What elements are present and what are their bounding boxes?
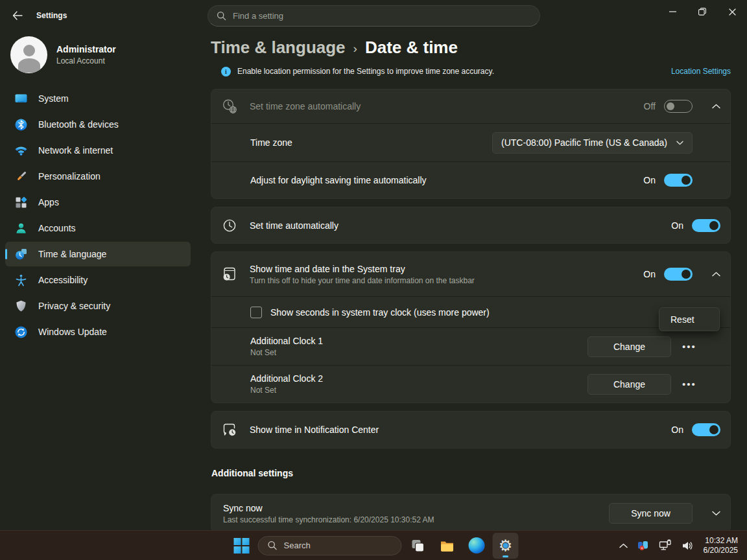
system-tray: 10:32 AM 6/20/2025 xyxy=(616,531,743,560)
sidebar-item-personalization[interactable]: Personalization xyxy=(5,164,191,189)
tray-clock-row[interactable]: Show time and date in the System tray Tu… xyxy=(211,252,730,296)
speaker-icon xyxy=(681,539,694,552)
sidebar-nav: System Bluetooth & devices Network & int… xyxy=(0,86,197,344)
sidebar-item-network-internet[interactable]: Network & internet xyxy=(5,138,191,163)
settings-search-input[interactable] xyxy=(208,5,540,27)
settings-app-button[interactable]: ⚙ xyxy=(493,533,519,559)
chevron-up-icon[interactable] xyxy=(712,272,720,277)
restore-icon xyxy=(698,8,706,16)
show-seconds-checkbox[interactable] xyxy=(250,307,262,318)
clock-date: 6/20/2025 xyxy=(704,546,738,555)
system-tray-group: Show time and date in the System tray Tu… xyxy=(211,251,731,403)
timezone-row: Time zone (UTC-08:00) Pacific Time (US &… xyxy=(211,123,730,161)
sidebar-item-label: Accessibility xyxy=(38,275,88,285)
tray-app-button[interactable] xyxy=(634,533,652,559)
sidebar-item-accessibility[interactable]: Accessibility xyxy=(5,268,191,292)
apps-icon xyxy=(14,196,28,209)
chevron-up-icon[interactable] xyxy=(712,104,720,109)
notification-center-group: Show time in Notification Center On xyxy=(211,411,731,449)
sidebar-item-accounts[interactable]: Accounts xyxy=(5,216,191,240)
page-title: Date & time xyxy=(365,38,458,58)
location-banner: i Enable location permission for the Set… xyxy=(211,64,731,79)
accounts-icon xyxy=(14,222,28,235)
avatar xyxy=(10,36,47,73)
main-content: Time & language › Date & time i Enable l… xyxy=(211,31,731,533)
network-tray-button[interactable] xyxy=(655,533,675,559)
chevron-down-icon xyxy=(676,141,683,145)
clock-time: 10:32 AM xyxy=(704,536,738,546)
tray-app-icon xyxy=(637,539,649,552)
account-name: Administrator xyxy=(56,44,116,54)
search-icon xyxy=(268,541,278,550)
toggle-state-label: On xyxy=(643,269,656,279)
toggle-state-label: On xyxy=(643,175,656,185)
timezone-group: Set time zone automatically Off Time zon… xyxy=(211,89,731,199)
file-explorer-button[interactable] xyxy=(434,533,460,559)
sidebar-item-label: System xyxy=(38,93,69,104)
close-icon xyxy=(729,8,736,16)
restore-button[interactable] xyxy=(687,0,717,23)
taskbar: Search ⚙ xyxy=(0,530,747,560)
app-title: Settings xyxy=(36,11,67,20)
setting-value: Not Set xyxy=(250,386,587,395)
info-icon: i xyxy=(221,67,231,76)
banner-text: Enable location permission for the Setti… xyxy=(237,67,494,76)
sidebar-item-time-language[interactable]: Time & language xyxy=(5,242,191,266)
minimize-icon xyxy=(669,11,676,12)
time-language-icon xyxy=(14,248,28,261)
timezone-value: (UTC-08:00) Pacific Time (US & Canada) xyxy=(501,137,667,148)
system-icon xyxy=(14,92,28,106)
sync-now-button[interactable]: Sync now xyxy=(609,503,693,524)
breadcrumb-separator-icon: › xyxy=(353,41,357,56)
notification-clock-icon xyxy=(221,421,239,438)
timezone-dropdown[interactable]: (UTC-08:00) Pacific Time (US & Canada) xyxy=(492,132,693,154)
tray-chevron-up-button[interactable] xyxy=(616,533,631,559)
edge-icon xyxy=(468,537,484,554)
sidebar-item-bluetooth-devices[interactable]: Bluetooth & devices xyxy=(5,112,191,137)
more-options-button[interactable] xyxy=(680,337,699,356)
setting-label: Additional Clock 1 xyxy=(250,336,587,346)
sidebar-item-apps[interactable]: Apps xyxy=(5,190,191,215)
taskbar-search[interactable]: Search xyxy=(258,536,402,555)
reset-menu-item[interactable]: Reset xyxy=(659,307,720,331)
sidebar-item-system[interactable]: System xyxy=(5,86,191,111)
search-icon xyxy=(217,11,226,21)
location-settings-link[interactable]: Location Settings xyxy=(671,67,731,76)
sidebar-item-label: Windows Update xyxy=(38,327,107,337)
windows-update-icon xyxy=(14,325,28,339)
sidebar-item-label: Privacy & security xyxy=(38,301,110,311)
task-view-icon xyxy=(411,539,425,553)
privacy-icon xyxy=(14,299,28,313)
breadcrumb-parent[interactable]: Time & language xyxy=(211,38,346,58)
tray-clock-toggle[interactable] xyxy=(664,268,693,281)
more-options-button[interactable] xyxy=(680,375,699,394)
volume-tray-button[interactable] xyxy=(678,533,697,559)
notif-center-row: Show time in Notification Center On xyxy=(211,412,730,448)
task-view-button[interactable] xyxy=(405,533,431,559)
chevron-down-icon[interactable] xyxy=(712,511,720,516)
taskbar-clock[interactable]: 10:32 AM 6/20/2025 xyxy=(700,536,743,555)
set-time-auto-row: Set time automatically On xyxy=(211,207,730,243)
set-timezone-auto-row[interactable]: Set time zone automatically Off xyxy=(211,89,730,123)
notif-center-toggle[interactable] xyxy=(692,423,720,436)
minimize-button[interactable] xyxy=(658,0,687,23)
sidebar-item-privacy-security[interactable]: Privacy & security xyxy=(5,294,191,318)
settings-gear-icon: ⚙ xyxy=(497,537,514,554)
account-card[interactable]: Administrator Local Account xyxy=(0,31,197,80)
sidebar-item-label: Time & language xyxy=(38,249,106,259)
change-clock-1-button[interactable]: Change xyxy=(587,336,671,357)
breadcrumb: Time & language › Date & time xyxy=(211,38,731,58)
change-clock-2-button[interactable]: Change xyxy=(587,374,671,395)
start-button[interactable] xyxy=(229,533,255,559)
personalization-icon xyxy=(14,170,28,183)
set-time-auto-toggle[interactable] xyxy=(692,219,720,232)
edge-button[interactable] xyxy=(464,533,490,559)
set-timezone-auto-toggle[interactable] xyxy=(664,100,693,113)
chevron-up-icon xyxy=(619,543,628,548)
sidebar-item-windows-update[interactable]: Windows Update xyxy=(5,320,191,344)
dst-toggle[interactable] xyxy=(664,174,693,187)
file-explorer-icon xyxy=(440,538,455,554)
close-button[interactable] xyxy=(717,0,747,23)
back-button[interactable] xyxy=(6,6,29,25)
sidebar-item-label: Bluetooth & devices xyxy=(38,119,119,130)
